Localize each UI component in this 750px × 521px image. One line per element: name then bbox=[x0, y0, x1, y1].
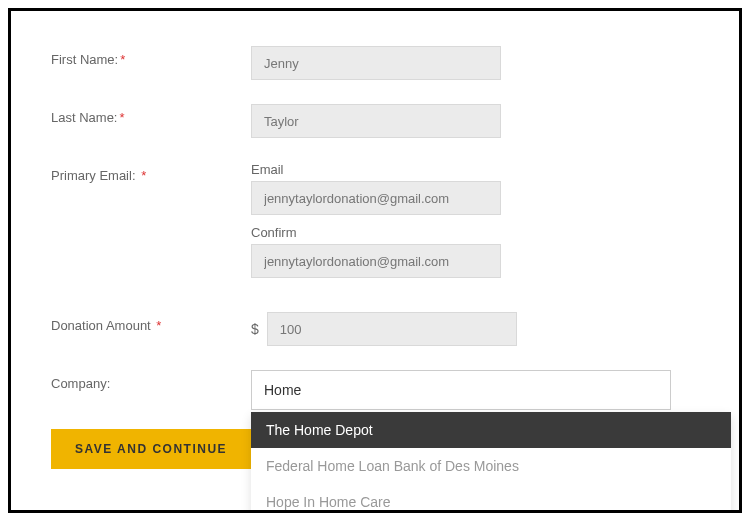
required-asterisk: * bbox=[119, 110, 124, 125]
company-input[interactable] bbox=[251, 370, 671, 410]
email-input[interactable] bbox=[251, 181, 501, 215]
row-primary-email: Primary Email: * Email Confirm bbox=[51, 162, 709, 288]
row-last-name: Last Name:* bbox=[51, 104, 709, 138]
save-and-continue-button[interactable]: SAVE AND CONTINUE bbox=[51, 429, 251, 469]
row-donation-amount: Donation Amount * $ bbox=[51, 312, 709, 346]
last-name-label: Last Name:* bbox=[51, 104, 251, 125]
row-company: Company: The Home Depot Federal Home Loa… bbox=[51, 370, 709, 410]
required-asterisk: * bbox=[141, 168, 146, 183]
donation-amount-label: Donation Amount * bbox=[51, 312, 251, 333]
last-name-input[interactable] bbox=[251, 104, 501, 138]
first-name-label: First Name:* bbox=[51, 46, 251, 67]
dropdown-option[interactable]: Hope In Home Care bbox=[251, 484, 731, 513]
form-container: First Name:* Last Name:* Primary Email: … bbox=[8, 8, 742, 513]
email-sublabel: Email bbox=[251, 162, 709, 177]
confirm-sublabel: Confirm bbox=[251, 225, 709, 240]
dropdown-option[interactable]: Federal Home Loan Bank of Des Moines bbox=[251, 448, 731, 484]
currency-symbol: $ bbox=[251, 321, 259, 337]
company-label: Company: bbox=[51, 370, 251, 391]
confirm-email-input[interactable] bbox=[251, 244, 501, 278]
first-name-input[interactable] bbox=[251, 46, 501, 80]
dropdown-option[interactable]: The Home Depot bbox=[251, 412, 731, 448]
primary-email-label: Primary Email: * bbox=[51, 162, 251, 183]
donation-amount-input[interactable] bbox=[267, 312, 517, 346]
required-asterisk: * bbox=[120, 52, 125, 67]
row-first-name: First Name:* bbox=[51, 46, 709, 80]
required-asterisk: * bbox=[156, 318, 161, 333]
company-autocomplete-dropdown: The Home Depot Federal Home Loan Bank of… bbox=[251, 412, 731, 513]
